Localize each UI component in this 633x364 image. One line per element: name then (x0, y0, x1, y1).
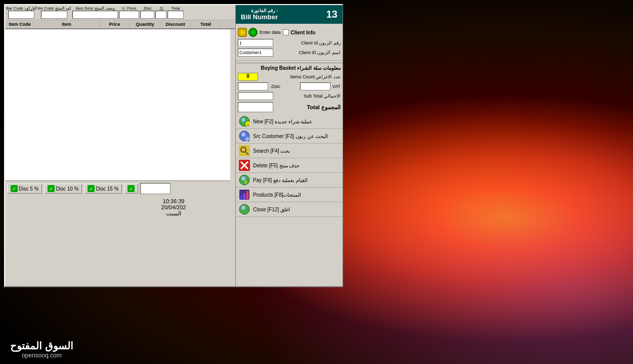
itemdesc-input[interactable] (72, 11, 118, 19)
bill-number-value: 13 (326, 9, 337, 20)
close-button[interactable]: اغلق [F12] Close (236, 202, 343, 217)
disc-custom-input[interactable] (140, 183, 171, 194)
sub-total-row: الاجمالي Sub Total (238, 92, 341, 100)
right-panel: 13 : رقم الفاتورة Bill Number Enter data… (235, 5, 343, 286)
disc-basket-label: Disc. (270, 84, 280, 89)
search-button[interactable]: بحث [F4] Search (236, 144, 343, 158)
uprice-input[interactable]: 0.00 (119, 11, 139, 19)
table-body (5, 29, 230, 181)
th-itemcode: Item Code (6, 21, 34, 27)
yellow-icon[interactable] (238, 28, 247, 37)
barcode-label: الباركود Bar Code (6, 6, 36, 11)
pay-button-text: القيام بعملية دفع [F6] Pay (253, 177, 308, 183)
qty-label: Q. (159, 6, 163, 11)
delete-icon (239, 160, 250, 171)
new-button[interactable]: عملية شراء جديدة [F2] New + (236, 114, 343, 129)
qty-group: Q. 1 (155, 6, 166, 19)
search-button-text: بحث [F4] Search (253, 148, 290, 154)
client-title-row: Enter data Client Info (238, 28, 341, 37)
enter-data-label: Enter data (260, 30, 281, 35)
new-icon: + (239, 116, 250, 127)
disc15-label: Disc 15 % (96, 186, 118, 192)
th-price: Price (100, 21, 130, 27)
svg-point-22 (241, 206, 245, 210)
th-total: Total (191, 21, 221, 27)
total-col-label: Total (172, 6, 180, 11)
client-id-label: رقم الزبون Client Id (301, 40, 341, 46)
icon-row (238, 28, 258, 37)
new-button-text: عملية شراء جديدة [F2] New (253, 119, 312, 124)
th-item: Item (34, 21, 100, 27)
svg-rect-18 (240, 195, 242, 199)
delete-button[interactable]: حذف منتج [F5] Delete (236, 158, 343, 173)
sub-total-label: الاجمالي Sub Total (304, 94, 341, 99)
client-id-input[interactable] (238, 39, 273, 47)
disc10-label: Disc 10 % (56, 186, 78, 192)
uprice-group: U. Price 0.00 (119, 6, 139, 19)
qty-input[interactable]: 1 (155, 11, 166, 19)
products-button[interactable]: المنتجات[F8] Products (236, 188, 343, 202)
basket-title: معلومات سلة الشراء Buying Basket (238, 65, 341, 71)
itemdesc-group: وصف المنتج Item Desc (72, 6, 118, 19)
products-icon (239, 189, 250, 200)
search-icon (239, 145, 250, 156)
client-name-input[interactable] (238, 49, 273, 57)
svg-point-5 (241, 132, 245, 136)
bill-number-ar-label: : رقم الفاتورة (241, 8, 278, 13)
client-name-label: اسم الزبون Client ID (299, 50, 341, 55)
svg-text:+: + (247, 122, 249, 127)
disc10-button[interactable]: ✓ Disc 10 % (44, 184, 82, 194)
itemdesc-label: وصف المنتج Item Desc (75, 6, 114, 11)
disc-group: Disc. (140, 6, 154, 19)
client-id-row: رقم الزبون Client Id (238, 39, 341, 47)
total-basket-input[interactable] (238, 102, 273, 112)
barcode-input[interactable] (8, 11, 34, 19)
src-customer-text: البحث عن زبون [F3] Src Customer (253, 133, 328, 139)
products-button-text: المنتجات[F8] Products (253, 192, 301, 198)
disc15-check-icon: ✓ (88, 185, 95, 192)
itemcode-group: كود المنتج Itm Code (37, 6, 71, 19)
disc-basket-input[interactable] (238, 82, 268, 90)
itemcode-input[interactable] (41, 11, 67, 19)
itemcode-label: كود المنتج Itm Code (37, 6, 71, 11)
app-window: الباركود Bar Code كود المنتج Itm Code وص… (4, 4, 343, 287)
total-basket-label: المجموع Total (307, 104, 341, 111)
bill-number-en-label: Bill Number (241, 13, 278, 21)
src-customer-button[interactable]: البحث عن زبون [F3] Src Customer 🔍 (236, 129, 343, 144)
watermark: السوق المفتوح opensooq.com (10, 340, 73, 359)
client-info-title: Client Info (291, 30, 316, 35)
items-count-row: 0 عدد الاغراض Items Count (238, 73, 341, 81)
vat-row-inner: VAT (300, 82, 341, 90)
uprice-label: U. Price (122, 6, 136, 11)
svg-point-1 (241, 118, 245, 122)
disc-input[interactable] (140, 11, 154, 19)
close-button-text: اغلق [F12] Close (253, 207, 290, 212)
vat-input[interactable] (300, 82, 330, 90)
disc5-check-icon: ✓ (11, 185, 18, 192)
buying-basket-section: معلومات سلة الشراء Buying Basket 0 عدد ا… (236, 63, 343, 114)
disc15-button[interactable]: ✓ Disc 15 % (84, 184, 122, 194)
pay-icon: $ (239, 174, 250, 186)
sub-total-input[interactable] (238, 92, 273, 100)
total-input[interactable] (167, 11, 184, 19)
watermark-title: السوق المفتوح (10, 340, 73, 352)
client-info-section: Enter data Client Info رقم الزبون Client… (236, 26, 343, 61)
svg-rect-20 (246, 191, 248, 199)
close-icon (239, 204, 250, 215)
disc5-button[interactable]: ✓ Disc 5 % (7, 184, 42, 194)
total-group: Total (167, 6, 184, 19)
src-customer-icon: 🔍 (239, 130, 250, 142)
vat-label: VAT (332, 84, 341, 89)
svg-text:🔍: 🔍 (245, 138, 250, 142)
bill-header: 13 : رقم الفاتورة Bill Number (236, 5, 343, 24)
disc-extra-button[interactable]: ✓ (124, 184, 138, 194)
vat-disc-row: Disc. VAT (238, 82, 341, 90)
items-count-label: عدد الاغراض Items Count (290, 74, 341, 79)
disc10-check-icon: ✓ (48, 185, 55, 192)
pay-button[interactable]: القيام بعملية دفع [F6] Pay $ (236, 173, 343, 188)
items-count-value: 0 (238, 73, 258, 81)
barcode-group: الباركود Bar Code (6, 6, 36, 19)
client-info-checkbox[interactable] (283, 29, 289, 35)
disc5-label: Disc 5 % (19, 186, 38, 192)
green-icon[interactable] (248, 28, 258, 37)
